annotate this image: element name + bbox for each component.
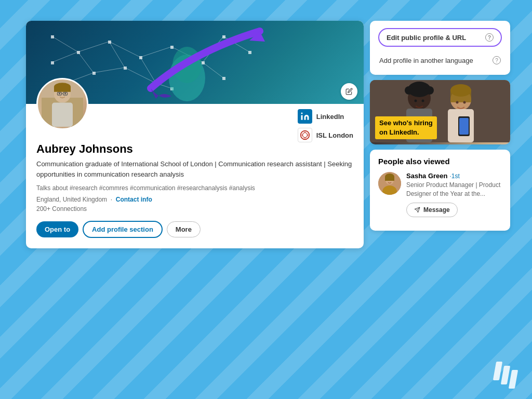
ad-card: See who's hiring on LinkedIn. [370,80,510,144]
person-name: Sasha Green [406,172,448,180]
edit-banner-button[interactable] [341,83,357,100]
profile-name: Aubrey Johnsons [36,142,353,156]
right-sidebar: Edit public profile & URL ? Add profile … [370,21,510,231]
person-title: Senior Product Manager | Product Designe… [406,181,502,198]
svg-rect-21 [202,61,205,64]
svg-rect-19 [139,56,142,59]
person-avatar [378,172,401,195]
avatar-image [42,81,83,127]
open-to-button[interactable]: Open to [36,221,78,237]
logo-stripe-2 [501,366,510,384]
svg-point-47 [302,132,307,137]
ad-line2: on LinkedIn. [379,128,433,137]
svg-line-5 [78,52,94,73]
svg-line-8 [52,52,78,62]
avatar-wrapper [36,78,88,130]
svg-rect-28 [222,35,225,38]
person-degree: ·1st [450,172,460,180]
svg-rect-22 [51,61,54,64]
svg-point-55 [405,86,413,95]
svg-rect-16 [51,35,54,38]
company-item-linkedin: LinkedIn [298,109,353,124]
svg-point-58 [415,100,417,102]
edit-profile-help-icon: ? [485,33,494,42]
pencil-icon [345,88,353,95]
svg-line-0 [52,36,78,52]
isl-logo [298,128,312,142]
ad-text-overlay: See who's hiring on LinkedIn. [375,116,437,139]
svg-rect-29 [222,77,225,80]
svg-rect-18 [108,41,111,44]
svg-rect-74 [385,177,394,181]
edit-public-profile-button[interactable]: Edit public profile & URL ? [378,28,502,47]
message-label: Message [423,206,450,214]
svg-point-39 [64,92,66,94]
svg-rect-37 [52,103,73,127]
isl-icon [299,129,311,141]
profile-connections: 200+ Connections [36,205,353,212]
more-button[interactable]: More [167,221,201,237]
avatar [36,78,88,130]
message-icon [414,207,420,213]
svg-rect-30 [248,51,251,54]
svg-rect-25 [124,66,127,70]
svg-point-64 [456,101,459,104]
add-language-help-icon: ? [493,56,501,64]
profile-companies: LinkedIn [298,109,353,142]
contact-info-link[interactable]: Contact info [116,196,152,203]
edit-public-profile-label: Edit public profile & URL [387,34,466,42]
add-profile-section-button[interactable]: Add profile section [83,221,163,238]
main-container: LinkedIn [0,0,532,399]
profile-body: LinkedIn [26,104,364,248]
svg-line-10 [94,68,125,73]
company-name-linkedin: LinkedIn [316,113,344,121]
add-language-label: Add profile in another language [379,57,473,64]
svg-rect-24 [92,72,96,75]
linkedin-logo [298,109,312,124]
person-item: Sasha Green ·1st Senior Product Manager … [378,172,502,217]
profile-location: England, United Kingdom · Contact info [36,196,353,203]
svg-rect-17 [77,51,80,54]
svg-point-45 [301,113,302,114]
add-language-button[interactable]: Add profile in another language ? [378,53,502,68]
svg-line-13 [203,62,223,78]
ad-line1: See who's hiring [379,118,433,128]
company-name-isl: ISL London [316,131,353,139]
svg-point-59 [422,100,424,102]
people-also-viewed-card: People also viewed [370,150,510,231]
linkedin-icon [300,112,310,121]
logo-stripe-1 [493,362,502,380]
svg-point-38 [59,92,60,94]
message-button[interactable]: Message [406,203,458,217]
profile-hashtags: Talks about #research #commres #communic… [36,183,353,193]
person-avatar-image [378,172,401,195]
profile-actions: Open to Add profile section More [36,221,353,238]
company-item-isl: ISL London [298,128,353,142]
person-info: Sasha Green ·1st Senior Product Manager … [406,172,502,217]
svg-rect-62 [450,89,471,102]
svg-line-3 [140,47,171,57]
people-also-viewed-title: People also viewed [378,157,502,166]
svg-rect-20 [170,46,174,49]
sidebar-top-card: Edit public profile & URL ? Add profile … [370,21,510,75]
ad-image: See who's hiring on LinkedIn. [370,80,510,144]
svg-line-1 [78,42,109,52]
svg-point-56 [425,86,434,95]
svg-rect-41 [54,87,71,92]
svg-point-65 [463,101,466,104]
svg-rect-67 [459,118,469,135]
profile-headline: Communication graduate of International … [36,159,353,179]
person-name-row: Sasha Green ·1st [406,172,502,180]
bottom-logo [495,362,516,389]
profile-card: LinkedIn [26,21,364,248]
